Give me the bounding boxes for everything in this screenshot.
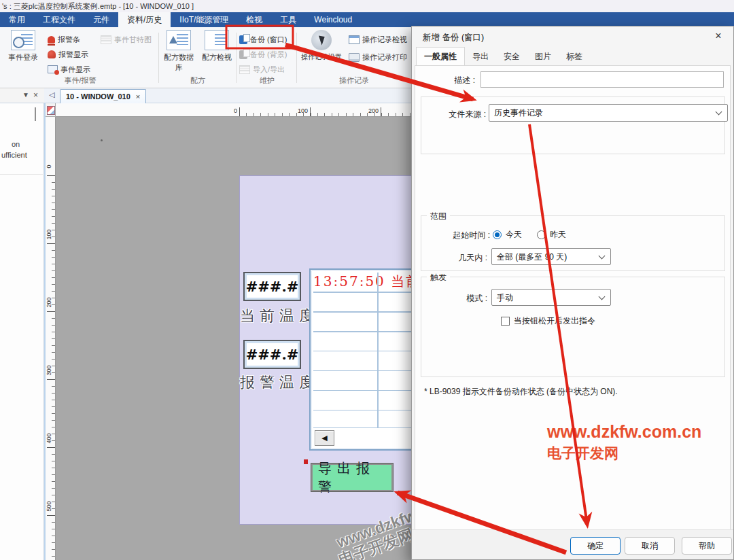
ruler-corner-icon [47, 106, 55, 115]
mode-select[interactable]: 手动 [491, 289, 611, 306]
menu-item-data-history[interactable]: 资料/历史 [118, 12, 171, 27]
tab-window-010[interactable]: 10 - WINDOW_010 × [60, 89, 146, 103]
help-button[interactable]: 帮助 [682, 537, 732, 555]
tab-close-icon[interactable]: × [136, 92, 140, 101]
alarm-bar-button[interactable]: 报警条 [48, 33, 80, 46]
menu-item-tool[interactable]: 工具 [271, 12, 305, 27]
dialog-general-page: 描述 : 文件来源 : 历史事件记录 范围 起始时间 : 今天 昨天 [415, 65, 731, 531]
release-command-checkbox[interactable]: 当按钮松开后发出指令 [501, 315, 595, 327]
dock-collapse-icon[interactable]: ▼ [22, 91, 29, 99]
horizontal-ruler: 0 100 200 [56, 103, 411, 117]
radio-today[interactable]: 今天 [493, 229, 522, 241]
recipe-view-icon [205, 30, 229, 50]
oplog-settings-button[interactable]: 操作记录设置 [298, 30, 345, 62]
menu-item-object[interactable]: 元件 [84, 12, 118, 27]
dialog-tab-general[interactable]: 一般属性 [416, 47, 465, 67]
ribbon-group-event-alarm: 事件登录 报警条 报警显示 事件显示 事件甘特图 事件/报警 [3, 29, 158, 87]
backup-background-button[interactable]: 备份 (背景) [239, 48, 287, 61]
alarm-display-icon [48, 50, 56, 58]
group-label-recipe: 配方 [160, 75, 235, 86]
alarm-bar-icon [48, 36, 55, 43]
numeric-display-current-temp[interactable]: ###.# [243, 272, 301, 301]
event-display-icon [48, 65, 58, 73]
radio-yesterday[interactable]: 昨天 [537, 229, 566, 241]
dock-close-icon[interactable]: × [33, 90, 38, 100]
dialog-close-icon[interactable]: × [712, 30, 725, 42]
menu-item-weincloud[interactable]: Weincloud [305, 12, 361, 27]
group-label-maintenance: 维护 [238, 75, 296, 86]
ribbon-divider [158, 33, 159, 83]
event-gantt-icon [101, 35, 111, 44]
event-display-button[interactable]: 事件显示 [48, 63, 90, 76]
radio-today-dot[interactable] [493, 230, 502, 239]
window-title: 's : 三菱plc温度控制系统案例.emtp - [10 - WINDOW_0… [2, 2, 194, 10]
oplog-view-button[interactable]: 操作记录检视 [349, 33, 407, 46]
oplog-print-icon [349, 53, 360, 62]
cancel-button[interactable]: 取消 [625, 537, 675, 555]
oplog-settings-icon [311, 30, 332, 50]
dialog-watermark-name: 电子开发网 [547, 444, 618, 463]
menu-item-view[interactable]: 检视 [237, 12, 271, 27]
dialog-title: 新增 备份 (窗口) [423, 32, 484, 43]
dialog-tab-label[interactable]: 标签 [559, 48, 590, 66]
vruler-label-0: 0 [46, 157, 52, 176]
import-export-icon [239, 65, 250, 74]
event-log-icon [11, 30, 35, 50]
oplog-view-icon [349, 35, 360, 44]
label-alarm-temp[interactable]: 报警温度 [240, 372, 319, 393]
vruler-label-500: 500 [46, 497, 52, 516]
ribbon-group-recipe: 配方数据库 配方检视 配方 [160, 29, 235, 87]
dialog-tab-picture[interactable]: 图片 [527, 48, 559, 66]
oplog-print-button[interactable]: 操作记录打印 [349, 50, 407, 64]
ruler-corner [46, 103, 56, 117]
numeric-display-alarm-temp[interactable]: ###.# [243, 340, 301, 369]
dock-text-line: ufficient [1, 151, 27, 159]
ribbon-divider [236, 33, 237, 83]
export-alarm-button[interactable]: 导出报警 [311, 463, 393, 491]
ok-button[interactable]: 确定 [570, 537, 621, 555]
tab-nav-back-icon[interactable]: ◁ [49, 90, 54, 99]
vruler-label-400: 400 [46, 429, 52, 448]
description-input[interactable] [480, 71, 724, 88]
recipe-view-button[interactable]: 配方检视 [200, 30, 234, 63]
dock-scrollbar-thumb[interactable] [35, 107, 36, 121]
dialog-watermark-url: www.dzkfw.com.cn [547, 422, 701, 442]
source-groupbox: 文件来源 : 历史事件记录 [421, 97, 725, 154]
backup-window-dialog: 新增 备份 (窗口) × 一般属性 导出 安全 图片 标签 描述 : 文件来源 … [411, 26, 734, 560]
recipe-database-icon [167, 30, 191, 50]
alarm-display-button[interactable]: 报警显示 [48, 48, 88, 61]
file-source-select[interactable]: 历史事件记录 [489, 104, 728, 122]
chevron-down-icon [599, 253, 606, 260]
file-source-label: 文件来源 : [435, 109, 486, 120]
event-gantt-button[interactable]: 事件甘特图 [101, 33, 152, 46]
vertical-ruler: 0 100 200 300 400 500 [46, 117, 56, 560]
chevron-down-icon [599, 294, 606, 300]
mode-label: 模式 : [453, 293, 487, 304]
dock-text-line: on [12, 140, 20, 148]
chevron-down-icon [716, 109, 722, 116]
selection-handle [304, 459, 308, 464]
menu-item-home[interactable]: 常用 [0, 12, 34, 27]
hruler-ticks [239, 113, 411, 116]
dock-panel: on ufficient [0, 103, 44, 560]
event-log-button[interactable]: 事件登录 [4, 30, 42, 63]
radio-yesterday-dot[interactable] [537, 230, 546, 239]
range-groupbox: 范围 起始时间 : 今天 昨天 几天内 : 全部 (最多至 90 天) [421, 215, 725, 271]
checkbox-box[interactable] [501, 317, 510, 326]
recipe-database-button[interactable]: 配方数据库 [160, 30, 197, 73]
dock-panel-header: ▼ × [0, 88, 44, 103]
menu-item-project[interactable]: 工程文件 [34, 12, 84, 27]
dialog-tabbar: 一般属性 导出 安全 图片 标签 [416, 49, 590, 66]
ribbon-group-oplog: 操作记录设置 操作记录检视 操作记录打印 操作记录 [298, 29, 410, 87]
trigger-groupbox: 触发 模式 : 手动 当按钮松开后发出指令 [421, 277, 725, 377]
import-export-button[interactable]: 导入/导出 [239, 63, 285, 76]
backup-window-button[interactable]: 备份 (窗口) [239, 33, 287, 46]
menu-item-iiot[interactable]: IIoT/能源管理 [171, 12, 237, 27]
dialog-tab-security[interactable]: 安全 [496, 48, 527, 66]
days-within-select[interactable]: 全部 (最多至 90 天) [491, 248, 611, 265]
scroll-left-button[interactable]: ◀ [315, 430, 334, 446]
dialog-tab-export[interactable]: 导出 [465, 48, 496, 66]
label-current-temp[interactable]: 当前温度 [240, 306, 319, 326]
group-label-event-alarm: 事件/报警 [3, 75, 158, 86]
trigger-legend: 触发 [427, 272, 450, 283]
